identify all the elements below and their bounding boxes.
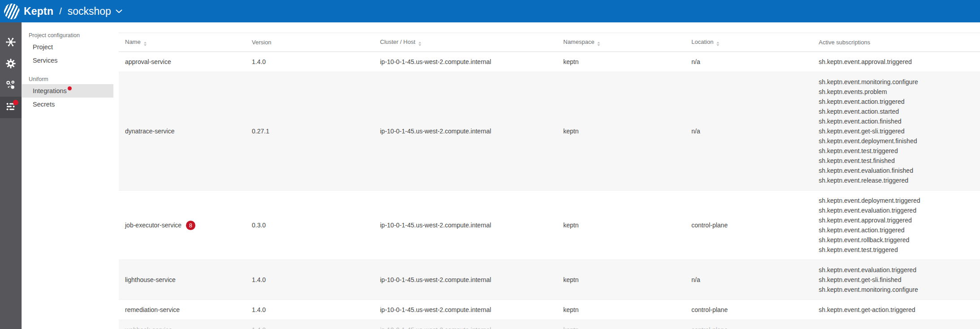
column-header-version: Version [246,33,374,52]
sequences-icon [5,80,16,92]
column-header-cluster-host[interactable]: Cluster / Host [374,33,557,52]
integrations-table: NameVersionCluster / HostNamespaceLocati… [119,33,980,329]
column-header-location[interactable]: Location [685,33,812,52]
cluster-host-cell: ip-10-0-1-45.us-west-2.compute.internal [374,300,557,320]
subscriptions-cell: sh.keptn.event.get-action.triggered [812,300,980,320]
column-label: Namespace [563,38,594,45]
sidebar-item-secrets[interactable]: Secrets [22,98,113,111]
subscription-item: sh.keptn.event.action.started [819,107,974,116]
sort-icon [144,42,147,46]
cluster-host-cell: ip-10-0-1-45.us-west-2.compute.internal [374,320,557,329]
name-cell: remediation-service [119,300,246,320]
settings-icon [5,58,16,71]
subscription-item: sh.keptn.events.problem [819,87,974,97]
subscription-item: sh.keptn.event.approval.triggered [819,57,974,67]
subscription-item: sh.keptn.event.test.triggered [819,245,974,255]
column-header-namespace[interactable]: Namespace [557,33,685,52]
namespace-cell: keptn [557,191,685,260]
notification-dot [13,100,18,105]
version-cell: 1.4.0 [246,300,374,320]
table-body: approval-service1.4.0ip-10-0-1-45.us-wes… [119,52,980,329]
rail-item-environment[interactable] [0,32,22,54]
location-cell: control-plane [685,191,812,260]
side-navigation: Project configurationProjectServicesUnif… [22,22,113,329]
version-cell: 1.4.0 [246,260,374,300]
cluster-host-cell: ip-10-0-1-45.us-west-2.compute.internal [374,191,557,260]
nav-section: UniformIntegrationsSecrets [22,76,113,111]
keptn-logo-icon [4,4,20,19]
subscription-item: sh.keptn.event.action.triggered [819,225,974,235]
namespace-cell: keptn [557,260,685,300]
sort-icon [419,42,421,46]
cluster-host-cell: ip-10-0-1-45.us-west-2.compute.internal [374,52,557,72]
sidebar-item-integrations[interactable]: Integrations [22,84,113,98]
table-row[interactable]: remediation-service1.4.0ip-10-0-1-45.us-… [119,300,980,320]
subscription-item: sh.keptn.event.approval.triggered [819,215,974,225]
integrations-content: NameVersionCluster / HostNamespaceLocati… [113,22,980,329]
namespace-cell: keptn [557,52,685,72]
version-cell: 1.4.0 [246,52,374,72]
subscription-item: sh.keptn.event.release.triggered [819,175,974,185]
location-cell: control-plane [685,300,812,320]
table-row[interactable]: dynatrace-service0.27.1ip-10-0-1-45.us-w… [119,72,980,191]
subscription-item: sh.keptn.event.get-sli.finished [819,275,974,285]
subscription-item: sh.keptn.event.action.triggered [819,97,974,107]
nav-section: Project configurationProjectServices [22,32,113,67]
rail-item-sequences[interactable] [0,75,22,97]
name-cell: job-executor-service8 [119,191,246,260]
cluster-host-cell: ip-10-0-1-45.us-west-2.compute.internal [374,260,557,300]
location-cell: n/a [685,52,812,72]
table-row[interactable]: job-executor-service80.3.0ip-10-0-1-45.u… [119,191,980,260]
table-row[interactable]: webhook-service1.4.0ip-10-0-1-45.us-west… [119,320,980,329]
service-name: lighthouse-service [125,276,176,283]
sort-icon [597,42,600,46]
subscription-item: sh.keptn.event.get-action.triggered [819,305,974,315]
column-label: Version [252,39,271,46]
service-name: dynatrace-service [125,128,175,135]
icon-rail [0,22,22,329]
namespace-cell: keptn [557,300,685,320]
subscriptions-cell: sh.keptn.event.evaluation.triggeredsh.ke… [812,260,980,300]
column-header-active-subscriptions: Active subscriptions [812,33,980,52]
service-name: job-executor-service [125,222,181,229]
subscription-item: sh.keptn.event.get-sli.triggered [819,126,974,136]
subscriptions-cell: sh.keptn.event.monitoring.configuresh.ke… [812,72,980,191]
name-cell: dynatrace-service [119,72,246,191]
column-label: Location [691,38,713,45]
subscription-item: sh.keptn.event.rollback.triggered [819,235,974,245]
table-header-row: NameVersionCluster / HostNamespaceLocati… [119,33,980,52]
subscriptions-cell [812,320,980,329]
table-row[interactable]: lighthouse-service1.4.0ip-10-0-1-45.us-w… [119,260,980,300]
subscription-item: sh.keptn.event.deployment.finished [819,136,974,146]
service-name: remediation-service [125,306,180,313]
rail-item-uniform[interactable] [0,97,22,118]
sort-icon [717,42,719,46]
nav-section-label: Project configuration [22,32,113,40]
name-cell: webhook-service [119,320,246,329]
column-header-name[interactable]: Name [119,33,246,52]
project-selector[interactable]: sockshop [68,5,111,17]
chevron-down-icon[interactable] [116,9,122,13]
name-cell: lighthouse-service [119,260,246,300]
table-row[interactable]: approval-service1.4.0ip-10-0-1-45.us-wes… [119,52,980,72]
subscription-item: sh.keptn.event.test.finished [819,156,974,166]
version-cell: 0.27.1 [246,72,374,191]
subscription-item: sh.keptn.event.evaluation.finished [819,166,974,175]
column-label: Active subscriptions [819,39,870,46]
location-cell: control-plane [685,320,812,329]
subscription-item: sh.keptn.event.evaluation.triggered [819,205,974,215]
location-cell: n/a [685,72,812,191]
service-name: webhook-service [125,326,172,329]
sidebar-item-services[interactable]: Services [22,54,113,67]
brand-name[interactable]: Keptn [24,5,53,17]
subscription-item: sh.keptn.event.monitoring.configure [819,77,974,87]
subscription-item: sh.keptn.event.monitoring.configure [819,285,974,295]
environment-icon [5,37,16,49]
unread-dot [68,86,72,90]
version-cell: 1.4.0 [246,320,374,329]
subscription-item: sh.keptn.event.deployment.triggered [819,196,974,205]
rail-item-settings[interactable] [0,54,22,75]
cluster-host-cell: ip-10-0-1-45.us-west-2.compute.internal [374,72,557,191]
namespace-cell: keptn [557,320,685,329]
sidebar-item-project[interactable]: Project [22,40,113,54]
